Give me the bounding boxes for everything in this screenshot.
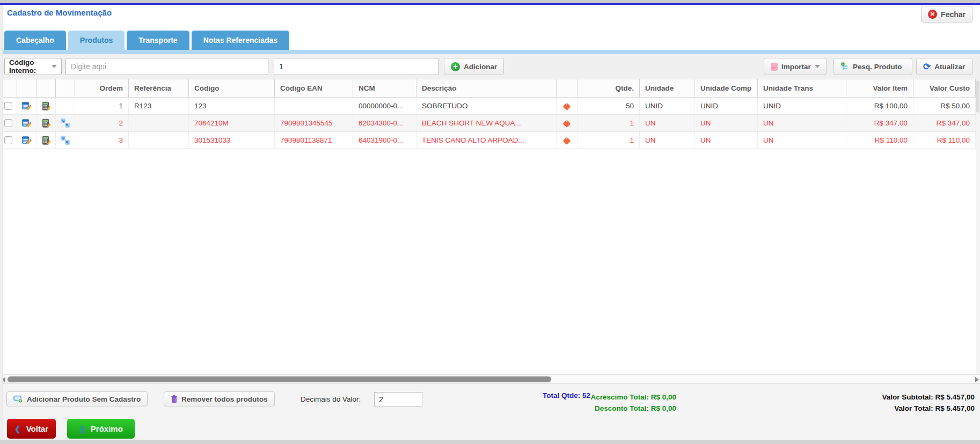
column-header-valor_item[interactable]: Valor Item xyxy=(846,79,913,97)
window-accent-line xyxy=(0,3,980,5)
tab-bar: CabeçalhoProdutosTransporteNotas Referen… xyxy=(4,31,289,50)
cell-codigo: 123 xyxy=(189,98,275,114)
column-header-ean[interactable]: Código EAN xyxy=(275,79,353,97)
row-checkbox[interactable] xyxy=(4,119,12,127)
cell-ean: 7909801138871 xyxy=(275,132,353,149)
trash-icon xyxy=(171,395,178,403)
cell-ean: 7909801345545 xyxy=(275,115,353,131)
cell-valor_item: R$ 100,00 xyxy=(846,98,913,114)
tab-cabe-alho[interactable]: Cabeçalho xyxy=(4,31,66,50)
cell-valor_item: R$ 110,00 xyxy=(846,132,913,149)
table-header: OrdemReferênciaCódigoCódigo EANNCMDescri… xyxy=(0,79,976,98)
chevron-down-icon xyxy=(52,65,57,68)
addition-discount-totals: Acréscimo Total: R$ 0,00 Desconto Total:… xyxy=(566,391,676,414)
cell-ncm: 64031900-0... xyxy=(353,132,416,149)
tab-produtos[interactable]: Produtos xyxy=(68,31,125,50)
cell-descricao: TENIS CANO ALTO ARPOAD... xyxy=(416,132,557,149)
column-header-qtde[interactable]: Qtde. xyxy=(577,79,640,97)
column-header-valor_custo[interactable]: Valor Custo xyxy=(913,79,976,97)
row-checkbox[interactable] xyxy=(4,136,12,144)
cell-descricao: BEACH SHORT NEW AQUA... xyxy=(416,115,557,131)
column-header-ncm[interactable]: NCM xyxy=(353,79,416,97)
active-tab-strip xyxy=(0,50,980,54)
back-label: Voltar xyxy=(26,424,48,433)
close-icon: ✕ xyxy=(928,10,937,19)
plus-icon: + xyxy=(451,62,460,71)
close-button[interactable]: ✕ Fechar xyxy=(921,6,972,23)
column-header-unidade_trans[interactable]: Unidade Trans xyxy=(758,79,846,97)
vertical-scrollbar-thumb[interactable] xyxy=(976,80,979,113)
column-header-empty xyxy=(56,79,75,97)
horizontal-scrollbar-thumb[interactable] xyxy=(8,376,551,382)
cell-unidade_comp: UN xyxy=(695,132,758,149)
edit-item-icon[interactable] xyxy=(21,101,32,111)
calculator-icon[interactable] xyxy=(41,136,51,145)
cell-referencia xyxy=(129,132,189,149)
column-header-empty xyxy=(36,79,56,97)
cell-valor_custo: R$ 347,00 xyxy=(913,115,976,131)
next-button[interactable]: ❯ Próximo xyxy=(67,419,135,439)
window-left-edge xyxy=(0,5,3,440)
merge-arrows-icon[interactable] xyxy=(60,135,70,145)
cell-unidade_trans: UNID xyxy=(758,98,846,114)
tab-transporte[interactable]: Transporte xyxy=(127,31,189,50)
table-row[interactable]: 1R12312300000000-0...SOBRETUDO50UNIDUNID… xyxy=(0,98,976,115)
cell-ordem: 3 xyxy=(75,132,129,149)
add-product-button[interactable]: + Adicionar xyxy=(444,58,504,75)
column-header-referencia[interactable]: Referência xyxy=(129,79,189,97)
chevron-right-icon: ❯ xyxy=(79,425,85,433)
calculator-icon[interactable] xyxy=(41,119,51,128)
column-header-empty xyxy=(17,79,36,97)
cell-codigo: 301531033 xyxy=(189,132,275,149)
search-product-button[interactable]: Pesq. Produto xyxy=(833,58,912,75)
add-product-label: Adicionar xyxy=(464,63,497,71)
horizontal-scrollbar[interactable] xyxy=(0,374,980,383)
remove-all-products-button[interactable]: Remover todos produtos xyxy=(164,391,275,406)
cell-ordem: 1 xyxy=(75,98,129,114)
tag-icon xyxy=(562,119,572,128)
column-header-empty xyxy=(557,79,577,97)
cell-codigo: 7064210M xyxy=(189,115,275,131)
scroll-right-arrow-icon[interactable] xyxy=(975,377,979,382)
decimals-label: Decimais do Valor: xyxy=(301,395,361,403)
column-header-ordem[interactable]: Ordem xyxy=(75,79,129,97)
quantity-input[interactable] xyxy=(274,58,438,75)
tab-notas-referenciadas[interactable]: Notas Referenciadas xyxy=(192,31,290,50)
edit-item-icon[interactable] xyxy=(21,136,32,145)
total-value: Valor Total: R$ 5.457,00 xyxy=(882,403,975,414)
edit-item-icon[interactable] xyxy=(21,119,32,128)
add-unregistered-icon xyxy=(13,395,23,403)
cell-unidade: UNID xyxy=(640,98,695,114)
discount-total: Desconto Total: R$ 0,00 xyxy=(566,403,676,414)
cell-referencia: R123 xyxy=(129,98,189,114)
import-button[interactable]: ← Importar xyxy=(764,58,827,75)
cell-ean xyxy=(275,98,353,114)
add-unregistered-product-button[interactable]: Adicionar Produto Sem Cadastro xyxy=(6,391,148,406)
product-table: 1R12312300000000-0...SOBRETUDO50UNIDUNID… xyxy=(0,98,976,149)
tag-icon xyxy=(562,136,572,145)
column-header-unidade[interactable]: Unidade xyxy=(640,79,695,97)
cell-ordem: 2 xyxy=(75,115,129,131)
column-header-codigo[interactable]: Código xyxy=(189,79,275,97)
search-field-select[interactable]: Código Interno: xyxy=(4,58,62,75)
row-checkbox[interactable] xyxy=(4,102,12,110)
table-row[interactable]: 27064210M790980134554562034300-0...BEACH… xyxy=(0,115,976,132)
cell-unidade_trans: UN xyxy=(758,132,846,149)
cell-unidade: UN xyxy=(640,132,695,149)
table-row[interactable]: 3301531033790980113887164031900-0...TENI… xyxy=(0,132,976,149)
vertical-scrollbar[interactable] xyxy=(976,79,980,374)
column-header-unidade_comp[interactable]: Unidade Comp xyxy=(695,79,758,97)
back-button[interactable]: ❮ Voltar xyxy=(7,419,56,439)
add-unregistered-label: Adicionar Produto Sem Cadastro xyxy=(27,395,141,403)
refresh-label: Atualizar xyxy=(934,63,965,71)
refresh-button[interactable]: ⟳ Atualizar xyxy=(916,58,973,75)
page-title: Cadastro de Movimentação xyxy=(7,8,112,17)
merge-arrows-icon[interactable] xyxy=(60,118,70,128)
decimals-input[interactable] xyxy=(374,392,422,406)
product-search-input[interactable] xyxy=(65,58,268,75)
cell-unidade_trans: UN xyxy=(758,115,846,131)
cell-valor_custo: R$ 50,00 xyxy=(913,98,976,114)
calculator-icon[interactable] xyxy=(41,101,51,111)
column-header-descricao[interactable]: Descrição xyxy=(416,79,557,97)
cell-unidade_comp: UN xyxy=(695,115,758,131)
